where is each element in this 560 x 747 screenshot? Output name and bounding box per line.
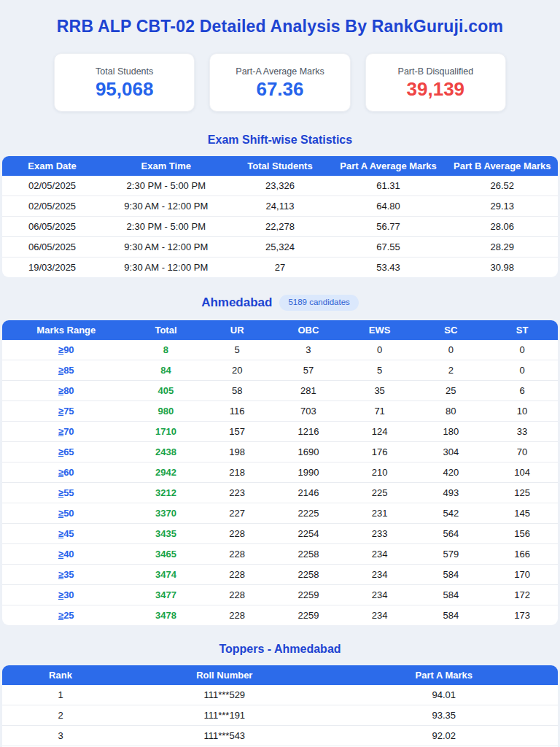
table-row: ≥90 8 5 3 0 0 0: [2, 340, 558, 360]
marks-range-cell: ≥45: [2, 523, 131, 543]
marks-range-link[interactable]: ≥65: [58, 446, 74, 457]
summary-cards: Total Students 95,068 Part-A Average Mar…: [0, 53, 560, 112]
part-b-avg-cell: 30.98: [447, 258, 558, 278]
marks-range-link[interactable]: ≥60: [58, 467, 74, 478]
ews-cell: 176: [344, 441, 416, 462]
marks-range-link[interactable]: ≥90: [58, 344, 74, 355]
shift-stats-table: Exam Date Exam Time Total Students Part …: [2, 156, 558, 277]
roll-number-cell: 111***543: [119, 725, 330, 746]
rank-cell: 1: [2, 685, 119, 705]
col-header-st: ST: [486, 320, 558, 340]
exam-date-cell: 02/05/2025: [2, 176, 102, 196]
ews-cell: 234: [344, 584, 416, 605]
ur-cell: 228: [201, 543, 273, 564]
st-cell: 173: [486, 605, 558, 625]
st-cell: 10: [486, 400, 558, 421]
exam-time-cell: 9:30 AM - 12:00 PM: [102, 196, 230, 217]
table-row: ≥25 3478 228 2259 234 584 173: [2, 605, 558, 625]
total-students-cell: 22,278: [230, 217, 330, 237]
st-cell: 156: [486, 523, 558, 543]
marks-range-link[interactable]: ≥30: [58, 589, 74, 600]
part-b-avg-cell: 28.29: [447, 237, 558, 258]
marks-range-link[interactable]: ≥25: [58, 610, 74, 621]
ews-cell: 233: [344, 523, 416, 543]
obc-cell: 1690: [273, 441, 344, 462]
page-title: RRB ALP CBT-02 Detailed Analysis By Rank…: [0, 17, 560, 36]
table-row: 1 111***529 94.01: [2, 685, 558, 705]
toppers-header-row: Rank Roll Number Part A Marks: [2, 665, 558, 685]
marks-table-header-row: Marks Range Total UR OBC EWS SC ST: [2, 320, 558, 340]
marks-range-link[interactable]: ≥75: [58, 406, 74, 417]
sc-cell: 80: [415, 400, 486, 421]
exam-date-cell: 19/03/2025: [2, 258, 102, 278]
ur-cell: 5: [201, 340, 273, 360]
st-cell: 33: [486, 421, 558, 441]
ur-cell: 227: [201, 503, 273, 523]
marks-range-cell: ≥85: [2, 360, 131, 380]
part-b-avg-cell: 28.06: [447, 217, 558, 237]
ur-cell: 157: [201, 421, 273, 441]
table-row: ≥35 3474 228 2258 234 584 170: [2, 564, 558, 584]
ews-cell: 234: [344, 543, 416, 564]
exam-date-cell: 06/05/2025: [2, 237, 102, 258]
sc-cell: 584: [415, 605, 486, 625]
ews-cell: 5: [344, 360, 416, 380]
total-cell: 405: [131, 380, 202, 400]
marks-range-link[interactable]: ≥40: [58, 549, 74, 560]
marks-range-cell: ≥25: [2, 605, 131, 625]
table-row: 02/05/2025 9:30 AM - 12:00 PM 24,113 64.…: [2, 196, 558, 217]
obc-cell: 2259: [273, 584, 344, 605]
ur-cell: 228: [201, 564, 273, 584]
table-row: 2 111***191 93.35: [2, 705, 558, 725]
card-label: Part-B Disqualified: [398, 66, 474, 77]
total-cell: 3212: [131, 482, 202, 503]
total-cell: 2438: [131, 441, 202, 462]
total-cell: 8: [131, 340, 202, 360]
card-value: 67.36: [256, 80, 303, 98]
total-cell: 1710: [131, 421, 202, 441]
col-header-ur: UR: [201, 320, 273, 340]
st-cell: 0: [486, 340, 558, 360]
card-total-students: Total Students 95,068: [54, 53, 195, 112]
obc-cell: 2225: [273, 503, 344, 523]
col-header-part-a-average: Part A Average Marks: [330, 156, 447, 176]
sc-cell: 180: [415, 421, 486, 441]
total-students-cell: 24,113: [230, 196, 330, 217]
obc-cell: 1990: [273, 462, 344, 482]
st-cell: 0: [486, 360, 558, 380]
obc-cell: 281: [273, 380, 344, 400]
part-a-avg-cell: 56.77: [330, 217, 447, 237]
marks-range-link[interactable]: ≥50: [58, 508, 74, 519]
ews-cell: 35: [344, 380, 416, 400]
marks-range-table: Marks Range Total UR OBC EWS SC ST ≥90 8…: [2, 320, 558, 625]
part-a-avg-cell: 61.31: [330, 176, 447, 196]
card-part-b-disqualified: Part-B Disqualified 39,139: [365, 53, 506, 112]
table-row: ≥85 84 20 57 5 2 0: [2, 360, 558, 380]
marks-range-link[interactable]: ≥70: [58, 426, 74, 437]
ews-cell: 231: [344, 503, 416, 523]
col-header-part-a-marks: Part A Marks: [330, 665, 558, 685]
table-row: ≥45 3435 228 2254 233 564 156: [2, 523, 558, 543]
exam-date-cell: 02/05/2025: [2, 196, 102, 217]
part-a-marks-cell: 94.01: [330, 685, 558, 705]
roll-number-cell: 111***529: [119, 685, 330, 705]
marks-range-link[interactable]: ≥45: [58, 528, 74, 539]
st-cell: 6: [486, 380, 558, 400]
table-row: ≥65 2438 198 1690 176 304 70: [2, 441, 558, 462]
marks-range-link[interactable]: ≥80: [58, 385, 74, 396]
sc-cell: 0: [415, 340, 486, 360]
table-row: ≥40 3465 228 2258 234 579 166: [2, 543, 558, 564]
exam-time-cell: 9:30 AM - 12:00 PM: [102, 237, 230, 258]
col-header-obc: OBC: [273, 320, 344, 340]
marks-range-cell: ≥50: [2, 503, 131, 523]
marks-range-link[interactable]: ≥35: [58, 569, 74, 580]
ur-cell: 228: [201, 584, 273, 605]
marks-range-link[interactable]: ≥85: [58, 365, 74, 376]
exam-time-cell: 9:30 AM - 12:00 PM: [102, 258, 230, 278]
marks-range-link[interactable]: ≥55: [58, 487, 74, 498]
card-label: Part-A Average Marks: [236, 66, 324, 77]
sc-cell: 25: [415, 380, 486, 400]
ews-cell: 210: [344, 462, 416, 482]
sc-cell: 304: [415, 441, 486, 462]
st-cell: 70: [486, 441, 558, 462]
